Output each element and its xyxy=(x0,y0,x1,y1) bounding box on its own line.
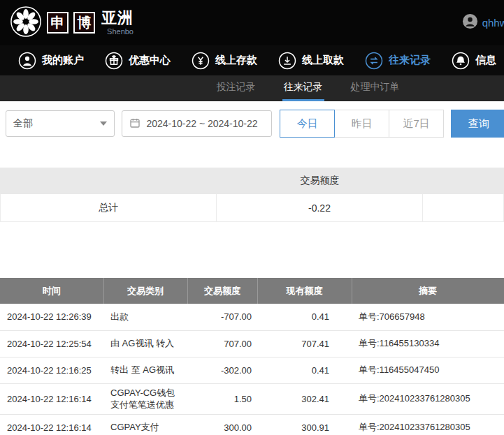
summary-table: 交易额度 总计 -0.22 xyxy=(0,168,504,222)
cell-balance: 0.41 xyxy=(257,304,352,330)
username-text: qhhwz xyxy=(482,17,504,29)
cell-balance: 300.91 xyxy=(257,414,352,435)
nav-item-messages[interactable]: 信息 xyxy=(452,52,496,70)
nav-item-withdraw[interactable]: 线上取款 xyxy=(278,52,344,70)
cell-amount: 1.50 xyxy=(187,383,257,414)
summary-header-label: 交易额度 xyxy=(217,175,423,187)
tab-bet-records[interactable]: 投注记录 xyxy=(215,75,257,101)
nav-item-my-account[interactable]: 我的账户 xyxy=(18,52,84,70)
calendar-icon xyxy=(129,117,141,131)
col-header-summary: 摘要 xyxy=(352,278,504,304)
cell-summary: 单号:706657948 xyxy=(352,304,504,330)
last7days-button[interactable]: 近7日 xyxy=(389,110,444,138)
filter-bar: 全部 2024-10-22 ~ 2024-10-22 今日 昨日 近7日 查询 xyxy=(0,101,504,146)
records-icon xyxy=(365,52,383,70)
cell-time: 2024-10-22 12:16:25 xyxy=(0,357,103,383)
cell-time: 2024-10-22 12:26:39 xyxy=(0,304,103,330)
type-select-value: 全部 xyxy=(13,117,33,130)
cell-type: 由 AG视讯 转入 xyxy=(103,330,187,357)
nav-label: 线上取款 xyxy=(302,54,344,67)
nav-label: 往来记录 xyxy=(389,54,431,67)
brand-logo[interactable]: 申 博 亚洲 Shenbo xyxy=(10,6,134,40)
summary-empty-cell xyxy=(422,194,504,222)
nav-item-promotions[interactable]: 优惠中心 xyxy=(105,52,171,70)
col-header-type: 交易类别 xyxy=(103,278,187,304)
date-range-value: 2024-10-22 ~ 2024-10-22 xyxy=(146,118,257,129)
top-header: 申 博 亚洲 Shenbo qhhwz xyxy=(0,0,504,45)
table-header-row: 时间 交易类别 交易额度 现有额度 摘要 xyxy=(0,278,504,304)
summary-row: 总计 -0.22 xyxy=(0,194,504,222)
bell-icon xyxy=(452,52,470,70)
logo-char-shen: 申 xyxy=(47,12,69,34)
date-range-picker[interactable]: 2024-10-22 ~ 2024-10-22 xyxy=(122,110,272,137)
chevron-down-icon xyxy=(100,121,107,126)
summary-total-value: -0.22 xyxy=(216,194,423,222)
cell-balance: 302.41 xyxy=(257,383,352,414)
cell-type: 出款 xyxy=(103,304,187,330)
flower-logo-icon xyxy=(10,6,42,40)
nav-label: 信息 xyxy=(475,54,496,67)
summary-total-label: 总计 xyxy=(0,194,217,222)
cell-amount: -707.00 xyxy=(187,304,257,330)
tab-pending-orders[interactable]: 处理中订单 xyxy=(350,75,401,101)
table-row: 2024-10-22 12:16:14 CGPAY支付 300.00 300.9… xyxy=(0,414,504,435)
cell-amount: -302.00 xyxy=(187,357,257,383)
tab-transaction-records[interactable]: 往来记录 xyxy=(282,75,324,101)
logo-char-bo: 博 xyxy=(73,12,95,34)
cell-time: 2024-10-22 12:25:54 xyxy=(0,330,103,357)
main-nav: 我的账户 优惠中心 线上存款 线上 xyxy=(0,45,504,75)
gift-icon xyxy=(105,52,123,70)
cell-type: 转出 至 AG视讯 xyxy=(103,357,187,383)
type-select[interactable]: 全部 xyxy=(6,110,115,137)
cell-time: 2024-10-22 12:16:14 xyxy=(0,414,103,435)
nav-label: 线上存款 xyxy=(215,54,257,67)
col-header-balance: 现有额度 xyxy=(257,278,352,304)
today-button[interactable]: 今日 xyxy=(280,110,335,138)
cell-summary: 单号:202410233761280305 xyxy=(352,383,504,414)
cell-balance: 707.41 xyxy=(257,330,352,357)
logo-subtitle: Shenbo xyxy=(101,28,134,36)
deposit-icon xyxy=(192,52,210,70)
withdraw-icon xyxy=(278,52,296,70)
table-row: 2024-10-22 12:16:25 转出 至 AG视讯 -302.00 0.… xyxy=(0,357,504,383)
user-account[interactable]: qhhwz xyxy=(462,13,504,32)
cell-summary: 单号:116455047450 xyxy=(352,357,504,383)
nav-item-deposit[interactable]: 线上存款 xyxy=(192,52,257,70)
col-header-time: 时间 xyxy=(0,278,103,304)
table-row: 2024-10-22 12:16:14 CGPAY-CG钱包支付笔笔送优惠 1.… xyxy=(0,383,504,414)
nav-label: 我的账户 xyxy=(42,54,84,67)
cell-amount: 707.00 xyxy=(187,330,257,357)
nav-item-records[interactable]: 往来记录 xyxy=(365,52,431,70)
quick-date-buttons: 今日 昨日 近7日 xyxy=(280,110,444,138)
cell-summary: 单号:116455130334 xyxy=(352,330,504,357)
table-row: 2024-10-22 12:26:39 出款 -707.00 0.41 单号:7… xyxy=(0,304,504,330)
yesterday-button[interactable]: 昨日 xyxy=(334,110,389,138)
cell-amount: 300.00 xyxy=(187,414,257,435)
cell-type: CGPAY支付 xyxy=(103,414,187,435)
cell-type: CGPAY-CG钱包支付笔笔送优惠 xyxy=(103,383,187,414)
summary-header: 交易额度 xyxy=(0,168,504,194)
transactions-table: 时间 交易类别 交易额度 现有额度 摘要 2024-10-22 12:26:39… xyxy=(0,278,504,435)
cell-summary: 单号:202410233761280305 xyxy=(352,414,504,435)
logo-region-text: 亚洲 xyxy=(101,10,134,26)
user-avatar-icon xyxy=(462,13,478,32)
cell-time: 2024-10-22 12:16:14 xyxy=(0,383,103,414)
nav-label: 优惠中心 xyxy=(129,54,171,67)
account-icon xyxy=(18,52,36,70)
cell-balance: 0.41 xyxy=(257,357,352,383)
col-header-amount: 交易额度 xyxy=(187,278,257,304)
search-button[interactable]: 查询 xyxy=(451,110,504,138)
sub-nav: 投注记录 往来记录 处理中订单 xyxy=(0,75,504,101)
table-row: 2024-10-22 12:25:54 由 AG视讯 转入 707.00 707… xyxy=(0,330,504,357)
